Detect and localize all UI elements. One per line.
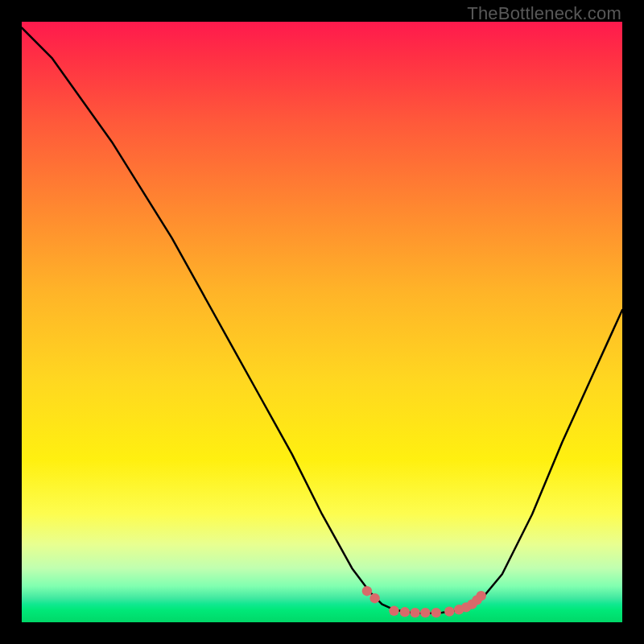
bottleneck-curve: [22, 28, 622, 613]
highlight-dot: [400, 607, 410, 617]
highlight-dot: [362, 586, 372, 596]
chart-svg: [22, 22, 622, 622]
highlight-dot: [410, 608, 419, 617]
highlight-dot: [444, 606, 454, 616]
highlight-dot: [420, 608, 430, 617]
highlight-dot: [389, 606, 398, 616]
highlight-dot: [431, 608, 441, 617]
highlight-dot: [369, 593, 379, 603]
highlight-dot: [477, 591, 486, 601]
